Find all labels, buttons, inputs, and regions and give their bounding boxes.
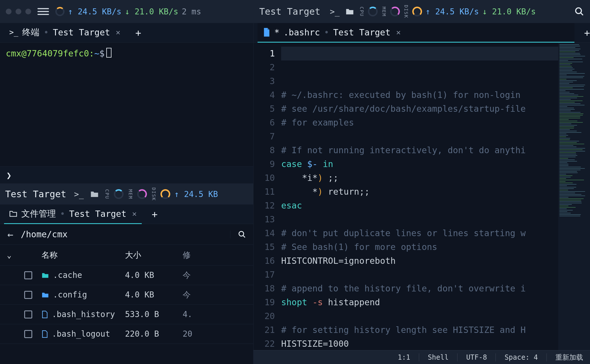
- table-row[interactable]: .bash_history533.0 B4.: [0, 305, 253, 324]
- tab-terminal[interactable]: >_ 终端 • Test Target ✕: [4, 23, 126, 43]
- mem-gauge-icon: [137, 189, 147, 199]
- left-titlebar: ↑ 24.5 KB/s ↓ 21.0 KB/s 2 ms: [0, 0, 253, 23]
- cursor-position[interactable]: 1:1: [398, 353, 410, 361]
- add-tab-button[interactable]: +: [135, 27, 141, 39]
- language-mode[interactable]: Shell: [428, 353, 449, 361]
- close-dot[interactable]: [6, 9, 12, 14]
- add-tab-button[interactable]: +: [152, 208, 157, 220]
- folder-icon: [9, 210, 17, 217]
- cpu-gauge-icon: [114, 189, 124, 199]
- disk-gauge-icon: [160, 189, 170, 199]
- disk-label: DISK: [151, 187, 156, 201]
- file-table-header: ⌄ 名称 大小 修: [0, 245, 253, 266]
- chevron-right-icon[interactable]: ❯: [6, 170, 12, 180]
- folder-open-icon[interactable]: [89, 188, 100, 200]
- tab-subtitle: Test Target: [333, 27, 391, 37]
- hamburger-icon[interactable]: [37, 8, 49, 15]
- file-icon: [263, 28, 270, 37]
- activity-spinner-icon: [55, 7, 65, 16]
- prompt-user: cmx@7764079fefc0: [6, 48, 89, 58]
- terminal-icon[interactable]: >_: [73, 188, 85, 200]
- row-checkbox[interactable]: [24, 271, 32, 279]
- disk-label: DISK: [403, 5, 409, 18]
- target-title: Test Target: [259, 6, 320, 17]
- fm-net-upload: ↑ 24.5 KB: [174, 189, 218, 199]
- terminal-body[interactable]: cmx@7764079fefc0:~$: [0, 43, 253, 166]
- terminal-cursor: [106, 48, 111, 58]
- mem-label: MEM: [128, 189, 133, 199]
- minimap[interactable]: [558, 43, 590, 350]
- mem-label: MEM: [381, 7, 387, 17]
- add-tab-button[interactable]: +: [584, 27, 590, 39]
- net-latency: 2 ms: [182, 7, 201, 16]
- expand-row[interactable]: ❯: [0, 166, 253, 184]
- tab-subtitle: Test Target: [69, 209, 126, 219]
- max-dot[interactable]: [25, 9, 31, 14]
- tab-file-manager[interactable]: 文件管理 • Test Target ✕: [4, 204, 142, 224]
- close-icon[interactable]: ✕: [396, 28, 401, 37]
- file-size: 4.0 KB: [125, 270, 183, 280]
- fm-tabs: 文件管理 • Test Target ✕ +: [0, 204, 253, 224]
- file-name: .bash_logout: [52, 329, 110, 339]
- table-row[interactable]: .config4.0 KB今: [0, 285, 253, 305]
- folder-icon: [41, 292, 49, 298]
- fm-toolbar: Test Target >_ CPU MEM DISK ↑ 24.5 KB: [0, 184, 253, 204]
- back-button[interactable]: ←: [0, 229, 21, 240]
- indent-setting[interactable]: Space: 4: [504, 353, 538, 361]
- folder-open-icon[interactable]: [344, 6, 355, 17]
- fm-title: Test Target: [5, 189, 66, 200]
- cpu-label: CPU: [359, 7, 364, 17]
- net-upload: ↑ 24.5 KB/s: [426, 7, 479, 16]
- file-icon: [41, 330, 48, 338]
- tab-title: 文件管理: [21, 208, 56, 220]
- file-size: 533.0 B: [125, 310, 183, 319]
- close-icon[interactable]: ✕: [132, 209, 137, 218]
- col-name[interactable]: 名称: [41, 250, 125, 261]
- close-icon[interactable]: ✕: [116, 28, 120, 37]
- cpu-gauge-icon: [368, 7, 378, 16]
- right-titlebar: Test Target >_ CPU MEM DISK ↑ 24.5 KB/s …: [254, 0, 590, 23]
- reload-button[interactable]: 重新加载: [555, 353, 583, 362]
- file-name: .bash_history: [52, 310, 115, 319]
- svg-line-3: [580, 13, 583, 15]
- tab-subtitle: Test Target: [53, 27, 110, 37]
- editor-tabs: * .bashrc • Test Target ✕ +: [254, 23, 590, 43]
- disk-gauge-icon: [412, 7, 422, 16]
- search-icon[interactable]: [574, 7, 584, 16]
- file-name: .cache: [53, 270, 82, 280]
- row-checkbox[interactable]: [24, 310, 32, 318]
- pathbar: ←: [0, 224, 253, 245]
- svg-line-1: [243, 235, 245, 237]
- file-size: 220.0 B: [125, 329, 183, 339]
- terminal-icon[interactable]: >_: [329, 6, 341, 17]
- row-checkbox[interactable]: [24, 330, 32, 338]
- search-button[interactable]: [230, 230, 253, 238]
- mem-gauge-icon: [390, 7, 400, 16]
- net-download: ↓ 21.0 KB/s: [125, 7, 178, 16]
- net-download: ↓ 21.0 KB/s: [482, 7, 536, 16]
- row-checkbox[interactable]: [24, 291, 32, 299]
- svg-point-0: [239, 231, 243, 236]
- prompt-path: ~: [94, 48, 99, 58]
- file-name: .config: [53, 290, 87, 299]
- folder-icon: [41, 272, 49, 278]
- editor-body[interactable]: 12345678910111213141516171819202122 # ~/…: [254, 43, 590, 350]
- path-input[interactable]: [21, 229, 230, 239]
- chevron-down-icon[interactable]: ⌄: [7, 251, 12, 259]
- col-rest[interactable]: 修: [183, 250, 246, 261]
- tab-bashrc[interactable]: * .bashrc • Test Target ✕: [258, 23, 574, 43]
- svg-point-2: [576, 8, 581, 14]
- tab-filename: .bashrc: [283, 27, 320, 37]
- min-dot[interactable]: [16, 9, 21, 14]
- window-controls[interactable]: [6, 9, 31, 14]
- encoding[interactable]: UTF-8: [466, 353, 487, 361]
- code-area[interactable]: # ~/.bashrc: executed by bash(1) for non…: [281, 43, 558, 350]
- prompt-sigil: $: [99, 48, 105, 58]
- col-size[interactable]: 大小: [125, 250, 183, 261]
- table-row[interactable]: .bash_logout220.0 B20: [0, 324, 253, 344]
- file-icon: [41, 311, 48, 318]
- statusbar: 1:1 Shell UTF-8 Space: 4 重新加载: [254, 350, 590, 364]
- terminal-tabs: >_ 终端 • Test Target ✕ +: [0, 23, 253, 43]
- table-row[interactable]: .cache4.0 KB今: [0, 266, 253, 285]
- file-size: 4.0 KB: [125, 290, 183, 299]
